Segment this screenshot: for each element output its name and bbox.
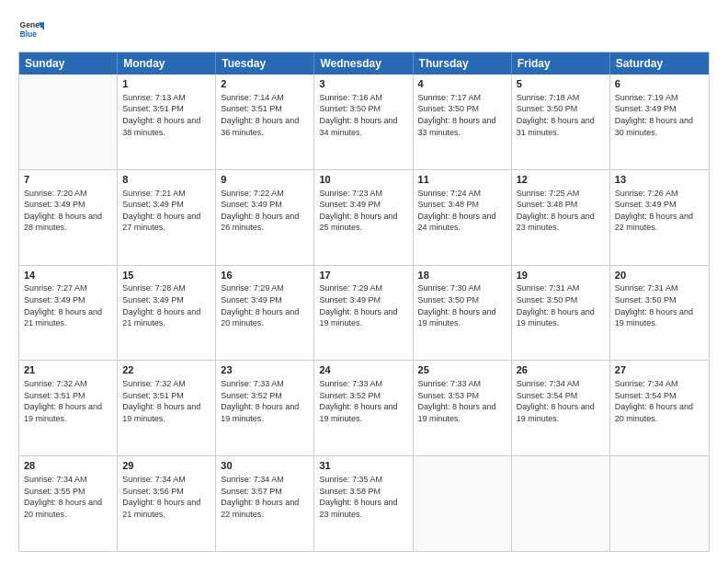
day-number: 20 — [615, 269, 704, 282]
day-number: 14 — [24, 269, 112, 282]
cell-info: Sunrise: 7:19 AMSunset: 3:49 PMDaylight:… — [615, 92, 704, 138]
header-day-wednesday: Wednesday — [314, 52, 413, 75]
cell-info: Sunrise: 7:16 AMSunset: 3:50 PMDaylight:… — [319, 92, 407, 138]
cell-info: Sunrise: 7:34 AMSunset: 3:56 PMDaylight:… — [122, 474, 210, 520]
table-row: 14Sunrise: 7:27 AMSunset: 3:49 PMDayligh… — [19, 266, 118, 361]
table-row: 5Sunrise: 7:18 AMSunset: 3:50 PMDaylight… — [512, 75, 610, 169]
day-number: 21 — [24, 363, 112, 377]
cell-info: Sunrise: 7:32 AMSunset: 3:51 PMDaylight:… — [24, 378, 112, 424]
calendar-week-0: 1Sunrise: 7:13 AMSunset: 3:51 PMDaylight… — [19, 75, 709, 169]
day-number: 13 — [615, 173, 704, 187]
table-row: 16Sunrise: 7:29 AMSunset: 3:49 PMDayligh… — [216, 266, 314, 361]
cell-info: Sunrise: 7:33 AMSunset: 3:52 PMDaylight:… — [319, 378, 407, 424]
cell-info: Sunrise: 7:23 AMSunset: 3:49 PMDaylight:… — [319, 188, 407, 234]
day-number: 23 — [221, 363, 309, 377]
cell-info: Sunrise: 7:24 AMSunset: 3:48 PMDaylight:… — [418, 188, 506, 234]
cell-info: Sunrise: 7:30 AMSunset: 3:50 PMDaylight:… — [418, 282, 506, 328]
day-number: 31 — [319, 459, 407, 473]
cell-info: Sunrise: 7:31 AMSunset: 3:50 PMDaylight:… — [517, 282, 605, 328]
day-number: 9 — [221, 173, 309, 187]
day-number: 12 — [517, 173, 605, 187]
cell-info: Sunrise: 7:21 AMSunset: 3:49 PMDaylight:… — [122, 188, 210, 234]
table-row: 10Sunrise: 7:23 AMSunset: 3:49 PMDayligh… — [314, 170, 413, 265]
table-row — [19, 75, 118, 169]
table-row: 28Sunrise: 7:34 AMSunset: 3:55 PMDayligh… — [19, 456, 118, 551]
cell-info: Sunrise: 7:20 AMSunset: 3:49 PMDaylight:… — [24, 188, 112, 234]
table-row: 9Sunrise: 7:22 AMSunset: 3:49 PMDaylight… — [216, 170, 314, 265]
cell-info: Sunrise: 7:32 AMSunset: 3:51 PMDaylight:… — [122, 378, 210, 424]
day-number: 27 — [615, 363, 704, 377]
header-day-tuesday: Tuesday — [216, 52, 314, 75]
calendar-week-2: 14Sunrise: 7:27 AMSunset: 3:49 PMDayligh… — [19, 265, 709, 361]
cell-info: Sunrise: 7:27 AMSunset: 3:49 PMDaylight:… — [24, 282, 112, 328]
header-day-friday: Friday — [512, 52, 610, 75]
table-row: 23Sunrise: 7:33 AMSunset: 3:52 PMDayligh… — [216, 361, 314, 455]
table-row — [610, 456, 709, 551]
cell-info: Sunrise: 7:31 AMSunset: 3:50 PMDaylight:… — [615, 282, 704, 328]
cell-info: Sunrise: 7:14 AMSunset: 3:51 PMDaylight:… — [221, 92, 309, 138]
day-number: 17 — [319, 269, 407, 282]
header-day-sunday: Sunday — [19, 52, 118, 75]
table-row: 30Sunrise: 7:34 AMSunset: 3:57 PMDayligh… — [216, 456, 314, 551]
table-row: 25Sunrise: 7:33 AMSunset: 3:53 PMDayligh… — [414, 361, 512, 455]
table-row: 11Sunrise: 7:24 AMSunset: 3:48 PMDayligh… — [414, 170, 512, 265]
calendar-week-4: 28Sunrise: 7:34 AMSunset: 3:55 PMDayligh… — [19, 455, 709, 551]
table-row: 31Sunrise: 7:35 AMSunset: 3:58 PMDayligh… — [314, 456, 413, 551]
cell-info: Sunrise: 7:29 AMSunset: 3:49 PMDaylight:… — [319, 282, 407, 328]
cell-info: Sunrise: 7:22 AMSunset: 3:49 PMDaylight:… — [221, 188, 309, 234]
cell-info: Sunrise: 7:34 AMSunset: 3:54 PMDaylight:… — [517, 378, 605, 424]
day-number: 11 — [418, 173, 506, 187]
table-row: 15Sunrise: 7:28 AMSunset: 3:49 PMDayligh… — [118, 266, 216, 361]
table-row: 24Sunrise: 7:33 AMSunset: 3:52 PMDayligh… — [314, 361, 413, 455]
day-number: 5 — [517, 77, 605, 91]
header-day-monday: Monday — [118, 52, 216, 75]
header-day-saturday: Saturday — [610, 52, 709, 75]
cell-info: Sunrise: 7:17 AMSunset: 3:50 PMDaylight:… — [418, 92, 506, 138]
day-number: 1 — [122, 77, 210, 91]
day-number: 22 — [122, 363, 210, 377]
logo: General Blue — [18, 17, 48, 42]
day-number: 28 — [24, 459, 112, 473]
day-number: 30 — [221, 459, 309, 473]
cell-info: Sunrise: 7:34 AMSunset: 3:55 PMDaylight:… — [24, 474, 112, 520]
table-row: 27Sunrise: 7:34 AMSunset: 3:54 PMDayligh… — [610, 361, 709, 455]
cell-info: Sunrise: 7:26 AMSunset: 3:49 PMDaylight:… — [615, 188, 704, 234]
table-row: 1Sunrise: 7:13 AMSunset: 3:51 PMDaylight… — [118, 75, 216, 169]
calendar-week-1: 7Sunrise: 7:20 AMSunset: 3:49 PMDaylight… — [19, 169, 709, 265]
table-row — [512, 456, 610, 551]
day-number: 16 — [221, 269, 309, 282]
day-number: 7 — [24, 173, 112, 187]
day-number: 18 — [418, 269, 506, 282]
day-number: 10 — [319, 173, 407, 187]
cell-info: Sunrise: 7:29 AMSunset: 3:49 PMDaylight:… — [221, 282, 309, 328]
cell-info: Sunrise: 7:25 AMSunset: 3:48 PMDaylight:… — [517, 188, 605, 234]
cell-info: Sunrise: 7:28 AMSunset: 3:49 PMDaylight:… — [122, 282, 210, 328]
day-number: 24 — [319, 363, 407, 377]
table-row: 13Sunrise: 7:26 AMSunset: 3:49 PMDayligh… — [610, 170, 709, 265]
day-number: 3 — [319, 77, 407, 91]
calendar-week-3: 21Sunrise: 7:32 AMSunset: 3:51 PMDayligh… — [19, 360, 709, 455]
cell-info: Sunrise: 7:33 AMSunset: 3:52 PMDaylight:… — [221, 378, 309, 424]
day-number: 15 — [122, 269, 210, 282]
table-row: 19Sunrise: 7:31 AMSunset: 3:50 PMDayligh… — [512, 266, 610, 361]
logo-icon: General Blue — [18, 17, 44, 42]
table-row: 2Sunrise: 7:14 AMSunset: 3:51 PMDaylight… — [216, 75, 314, 169]
cell-info: Sunrise: 7:13 AMSunset: 3:51 PMDaylight:… — [122, 92, 210, 138]
cell-info: Sunrise: 7:18 AMSunset: 3:50 PMDaylight:… — [517, 92, 605, 138]
table-row: 7Sunrise: 7:20 AMSunset: 3:49 PMDaylight… — [19, 170, 118, 265]
day-number: 26 — [517, 363, 605, 377]
calendar-header-row: SundayMondayTuesdayWednesdayThursdayFrid… — [19, 52, 709, 75]
table-row: 4Sunrise: 7:17 AMSunset: 3:50 PMDaylight… — [414, 75, 512, 169]
day-number: 19 — [517, 269, 605, 282]
table-row: 8Sunrise: 7:21 AMSunset: 3:49 PMDaylight… — [118, 170, 216, 265]
cell-info: Sunrise: 7:35 AMSunset: 3:58 PMDaylight:… — [319, 474, 407, 520]
table-row: 17Sunrise: 7:29 AMSunset: 3:49 PMDayligh… — [314, 266, 413, 361]
table-row: 18Sunrise: 7:30 AMSunset: 3:50 PMDayligh… — [414, 266, 512, 361]
table-row: 3Sunrise: 7:16 AMSunset: 3:50 PMDaylight… — [314, 75, 413, 169]
table-row: 29Sunrise: 7:34 AMSunset: 3:56 PMDayligh… — [118, 456, 216, 551]
day-number: 29 — [122, 459, 210, 473]
table-row: 22Sunrise: 7:32 AMSunset: 3:51 PMDayligh… — [118, 361, 216, 455]
table-row: 12Sunrise: 7:25 AMSunset: 3:48 PMDayligh… — [512, 170, 610, 265]
cell-info: Sunrise: 7:34 AMSunset: 3:54 PMDaylight:… — [615, 378, 704, 424]
table-row: 20Sunrise: 7:31 AMSunset: 3:50 PMDayligh… — [610, 266, 709, 361]
